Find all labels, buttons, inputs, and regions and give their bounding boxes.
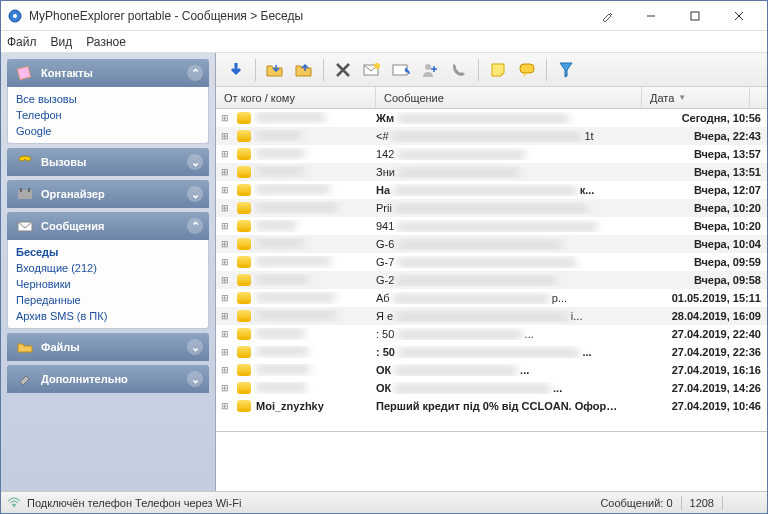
sticky-note-icon[interactable] xyxy=(484,56,512,84)
statusbar: Подключён телефон Телефон через Wi-Fi Со… xyxy=(1,491,767,513)
row-msg: G-2 xyxy=(376,274,659,286)
nav-contacts-all[interactable]: Все вызовы xyxy=(16,91,200,107)
nav-msg-conversations[interactable]: Беседы xyxy=(16,244,200,260)
table-row[interactable]: ⊞Нак...Вчера, 12:07 xyxy=(216,181,767,199)
expand-icon[interactable]: ⊞ xyxy=(216,365,234,375)
edit-window-icon[interactable] xyxy=(585,2,629,30)
folder-icon xyxy=(15,338,35,356)
call-icon[interactable] xyxy=(445,56,473,84)
nav-msg-archive[interactable]: Архив SMS (в ПК) xyxy=(16,308,200,324)
minimize-button[interactable] xyxy=(629,2,673,30)
message-bubble-icon xyxy=(234,112,254,124)
nav-organizer-label: Органайзер xyxy=(41,188,105,200)
table-row[interactable]: ⊞ЗниВчера, 13:51 xyxy=(216,163,767,181)
filter-icon[interactable] xyxy=(552,56,580,84)
table-row[interactable]: ⊞G-2Вчера, 09:58 xyxy=(216,271,767,289)
nav-contacts-google[interactable]: Google xyxy=(16,123,200,139)
nav-messages-body: Беседы Входящие (212) Черновики Переданн… xyxy=(7,240,209,329)
nav-extra-header[interactable]: Дополнительно ⌄ xyxy=(7,365,209,393)
table-row[interactable]: ⊞941Вчера, 10:20 xyxy=(216,217,767,235)
col-from[interactable]: От кого / кому xyxy=(216,87,376,108)
nav-contacts-header[interactable]: Контакты ⌃ xyxy=(7,59,209,87)
message-bubble-icon xyxy=(234,346,254,358)
download-icon[interactable] xyxy=(222,56,250,84)
expand-icon[interactable]: ⊞ xyxy=(216,239,234,249)
table-row[interactable]: ⊞<#1tВчера, 22:43 xyxy=(216,127,767,145)
close-button[interactable] xyxy=(717,2,761,30)
expand-icon[interactable]: ⊞ xyxy=(216,203,234,213)
expand-icon[interactable]: ⊞ xyxy=(216,167,234,177)
expand-icon[interactable]: ⊞ xyxy=(216,311,234,321)
maximize-button[interactable] xyxy=(673,2,717,30)
table-row[interactable]: ⊞PriiВчера, 10:20 xyxy=(216,199,767,217)
status-total: 1208 xyxy=(690,497,714,509)
menubar: Файл Вид Разное xyxy=(1,31,767,53)
table-row[interactable]: ⊞G-6Вчера, 10:04 xyxy=(216,235,767,253)
reply-icon[interactable] xyxy=(387,56,415,84)
table-row[interactable]: ⊞: 50...27.04.2019, 22:40 xyxy=(216,325,767,343)
message-bubble-icon xyxy=(234,220,254,232)
nav-files-header[interactable]: Файлы ⌄ xyxy=(7,333,209,361)
import-folder-icon[interactable] xyxy=(261,56,289,84)
export-folder-icon[interactable] xyxy=(290,56,318,84)
row-msg: G-7 xyxy=(376,256,659,268)
col-message[interactable]: Сообщение xyxy=(376,87,642,108)
message-bubble-icon xyxy=(234,310,254,322)
svg-point-15 xyxy=(13,505,15,507)
table-row[interactable]: ⊞ЖмСегодня, 10:56 xyxy=(216,109,767,127)
nav-organizer-header[interactable]: Органайзер ⌄ xyxy=(7,180,209,208)
row-from xyxy=(254,310,376,322)
messages-icon xyxy=(15,217,35,235)
message-bubble-icon xyxy=(234,400,254,412)
table-row[interactable]: ⊞: 50...27.04.2019, 22:36 xyxy=(216,343,767,361)
expand-icon[interactable]: ⊞ xyxy=(216,113,234,123)
expand-icon[interactable]: ⊞ xyxy=(216,383,234,393)
table-row[interactable]: ⊞ОК...27.04.2019, 16:16 xyxy=(216,361,767,379)
nav-calls-header[interactable]: Вызовы ⌄ xyxy=(7,148,209,176)
main-panel: От кого / кому Сообщение Дата▼ ⊞ЖмСегодн… xyxy=(216,53,767,491)
menu-file[interactable]: Файл xyxy=(7,35,37,49)
expand-icon[interactable]: ⊞ xyxy=(216,131,234,141)
add-contact-icon[interactable] xyxy=(416,56,444,84)
row-msg: 941 xyxy=(376,220,659,232)
col-date[interactable]: Дата▼ xyxy=(642,87,750,108)
expand-icon[interactable]: ⊞ xyxy=(216,275,234,285)
row-msg: Prii xyxy=(376,202,659,214)
row-from xyxy=(254,382,376,394)
table-row[interactable]: ⊞Абр...01.05.2019, 15:11 xyxy=(216,289,767,307)
message-list[interactable]: ⊞ЖмСегодня, 10:56⊞<#1tВчера, 22:43⊞142Вч… xyxy=(216,109,767,431)
row-date: Вчера, 10:20 xyxy=(659,220,767,232)
row-from xyxy=(254,148,376,160)
menu-misc[interactable]: Разное xyxy=(86,35,126,49)
expand-icon[interactable]: ⊞ xyxy=(216,329,234,339)
nav-contacts-phone[interactable]: Телефон xyxy=(16,107,200,123)
row-date: Вчера, 10:04 xyxy=(659,238,767,250)
row-msg: Зни xyxy=(376,166,659,178)
row-date: 27.04.2019, 22:40 xyxy=(659,328,767,340)
message-preview xyxy=(216,431,767,491)
expand-icon[interactable]: ⊞ xyxy=(216,293,234,303)
table-row[interactable]: ⊞Я еі...28.04.2019, 16:09 xyxy=(216,307,767,325)
table-row[interactable]: ⊞G-7Вчера, 09:59 xyxy=(216,253,767,271)
nav-msg-inbox[interactable]: Входящие (212) xyxy=(16,260,200,276)
new-message-icon[interactable] xyxy=(358,56,386,84)
nav-msg-sent[interactable]: Переданные xyxy=(16,292,200,308)
chat-bubble-icon[interactable] xyxy=(513,56,541,84)
expand-icon[interactable]: ⊞ xyxy=(216,347,234,357)
nav-msg-drafts[interactable]: Черновики xyxy=(16,276,200,292)
delete-icon[interactable] xyxy=(329,56,357,84)
expand-icon[interactable]: ⊞ xyxy=(216,401,234,411)
table-row[interactable]: ⊞Moi_znyzhkyПерший кредит під 0% від CCL… xyxy=(216,397,767,415)
nav-messages-header[interactable]: Сообщения ⌃ xyxy=(7,212,209,240)
message-bubble-icon xyxy=(234,364,254,376)
expand-icon[interactable]: ⊞ xyxy=(216,257,234,267)
svg-rect-8 xyxy=(28,188,30,192)
row-msg: : 50... xyxy=(376,346,659,358)
expand-icon[interactable]: ⊞ xyxy=(216,221,234,231)
menu-view[interactable]: Вид xyxy=(51,35,73,49)
table-row[interactable]: ⊞142Вчера, 13:57 xyxy=(216,145,767,163)
nav-extra-label: Дополнительно xyxy=(41,373,128,385)
expand-icon[interactable]: ⊞ xyxy=(216,149,234,159)
expand-icon[interactable]: ⊞ xyxy=(216,185,234,195)
table-row[interactable]: ⊞ОК...27.04.2019, 14:26 xyxy=(216,379,767,397)
